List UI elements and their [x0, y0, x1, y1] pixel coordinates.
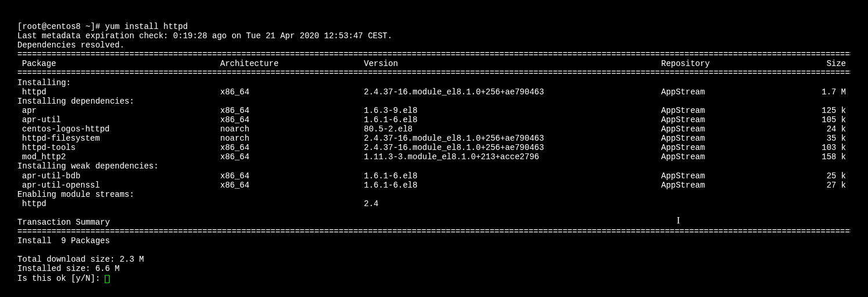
section-installing-weak: Installing weak dependencies:	[17, 162, 851, 171]
pkg-arch: x86_64	[220, 87, 364, 97]
table-row: httpd x86_64 2.4.37-16.module_el8.1.0+25…	[17, 87, 851, 97]
table-row: mod_http2x86_641.11.3-3.module_el8.1.0+2…	[17, 152, 851, 162]
header-version: Version	[364, 59, 661, 68]
table-row: centos-logos-httpdnoarch80.5-2.el8AppStr…	[17, 124, 851, 134]
pkg-name: apr-util-openssl	[17, 181, 220, 190]
shell-prompt: [root@centos8 ~]# yum install httpd	[17, 22, 851, 31]
confirm-prompt: Is this ok [y/N]:	[17, 274, 105, 283]
cursor	[105, 275, 110, 283]
pkg-size: 103 k	[810, 143, 851, 152]
installed-size: Installed size: 6.6 M	[17, 264, 851, 273]
table-row: apr-util-opensslx86_641.6.1-6.el8AppStre…	[17, 181, 851, 190]
rule-header: ========================================…	[17, 68, 851, 78]
pkg-name: httpd-filesystem	[17, 134, 220, 143]
table-row: apr-utilx86_641.6.1-6.el8AppStream105 k	[17, 115, 851, 124]
pkg-repo: AppStream	[661, 181, 810, 190]
section-installing-deps: Installing dependencies:	[17, 97, 851, 106]
terminal-output: [root@centos8 ~]# yum install httpd Last…	[0, 0, 868, 283]
pkg-size: 27 k	[810, 181, 851, 190]
header-repo: Repository	[661, 59, 810, 68]
pkg-arch: x86_64	[220, 143, 364, 152]
pkg-repo: AppStream	[661, 106, 810, 115]
table-row: httpd2.4	[17, 199, 851, 208]
pkg-name: centos-logos-httpd	[17, 124, 220, 134]
pkg-arch: noarch	[220, 134, 364, 143]
table-row: httpd-filesystemnoarch2.4.37-16.module_e…	[17, 134, 851, 143]
pkg-name: apr-util-bdb	[17, 171, 220, 181]
pkg-arch: x86_64	[220, 152, 364, 162]
pkg-version: 1.11.3-3.module_el8.1.0+213+acce2796	[364, 152, 661, 162]
pkg-version: 2.4	[364, 199, 661, 208]
pkg-name: apr	[17, 106, 220, 115]
pkg-repo: AppStream	[661, 124, 810, 134]
pkg-size	[810, 199, 851, 208]
section-installing: Installing:	[17, 78, 851, 87]
pkg-version: 1.6.3-9.el8	[364, 106, 661, 115]
pkg-repo: AppStream	[661, 87, 810, 97]
pkg-arch: x86_64	[220, 171, 364, 181]
total-download: Total download size: 2.3 M	[17, 255, 851, 264]
blank-line	[17, 245, 851, 255]
metadata-line: Last metadata expiration check: 0:19:28 …	[17, 31, 851, 41]
table-row: apr-util-bdbx86_641.6.1-6.el8AppStream25…	[17, 171, 851, 181]
pkg-repo: AppStream	[661, 152, 810, 162]
pkg-repo: AppStream	[661, 115, 810, 124]
deps-container: aprx86_641.6.3-9.el8AppStream125 k apr-u…	[17, 106, 851, 162]
rule-top: ========================================…	[17, 50, 851, 59]
table-row: httpd-toolsx86_642.4.37-16.module_el8.1.…	[17, 143, 851, 152]
transaction-summary: Transaction Summary	[17, 218, 851, 227]
pkg-size: 35 k	[810, 134, 851, 143]
pkg-repo	[661, 199, 810, 208]
pkg-version: 2.4.37-16.module_el8.1.0+256+ae790463	[364, 143, 661, 152]
header-size: Size	[810, 59, 851, 68]
pkg-version: 80.5-2.el8	[364, 124, 661, 134]
pkg-repo: AppStream	[661, 171, 810, 181]
pkg-size: 24 k	[810, 124, 851, 134]
pkg-version: 1.6.1-6.el8	[364, 115, 661, 124]
install-count: Install 9 Packages	[17, 236, 851, 245]
pkg-version: 1.6.1-6.el8	[364, 171, 661, 181]
pkg-name: httpd	[17, 199, 220, 208]
table-row: aprx86_641.6.3-9.el8AppStream125 k	[17, 106, 851, 115]
section-enabling-streams: Enabling module streams:	[17, 190, 851, 199]
pkg-name: httpd	[17, 87, 220, 97]
pkg-version: 2.4.37-16.module_el8.1.0+256+ae790463	[364, 134, 661, 143]
pkg-name: mod_http2	[17, 152, 220, 162]
pkg-size: 25 k	[810, 171, 851, 181]
pkg-arch	[220, 199, 364, 208]
pkg-version: 1.6.1-6.el8	[364, 181, 661, 190]
pkg-arch: x86_64	[220, 115, 364, 124]
pkg-repo: AppStream	[661, 143, 810, 152]
header-arch: Architecture	[220, 59, 364, 68]
streams-container: httpd2.4	[17, 199, 851, 208]
rule-bottom: ========================================…	[17, 227, 851, 236]
pkg-version: 2.4.37-16.module_el8.1.0+256+ae790463	[364, 87, 661, 97]
pkg-arch: x86_64	[220, 106, 364, 115]
pkg-size: 105 k	[810, 115, 851, 124]
pkg-name: apr-util	[17, 115, 220, 124]
confirm-prompt-line[interactable]: Is this ok [y/N]:	[17, 274, 851, 283]
pkg-size: 158 k	[810, 152, 851, 162]
pkg-arch: noarch	[220, 124, 364, 134]
pkg-name: httpd-tools	[17, 143, 220, 152]
table-header: Package Architecture Version Repository …	[17, 59, 851, 68]
text-caret-icon: I	[677, 215, 680, 226]
blank-line	[17, 208, 851, 218]
deps-resolved: Dependencies resolved.	[17, 41, 851, 50]
pkg-arch: x86_64	[220, 181, 364, 190]
header-package: Package	[17, 59, 220, 68]
weak-deps-container: apr-util-bdbx86_641.6.1-6.el8AppStream25…	[17, 171, 851, 190]
pkg-repo: AppStream	[661, 134, 810, 143]
pkg-size: 1.7 M	[810, 87, 851, 97]
pkg-size: 125 k	[810, 106, 851, 115]
